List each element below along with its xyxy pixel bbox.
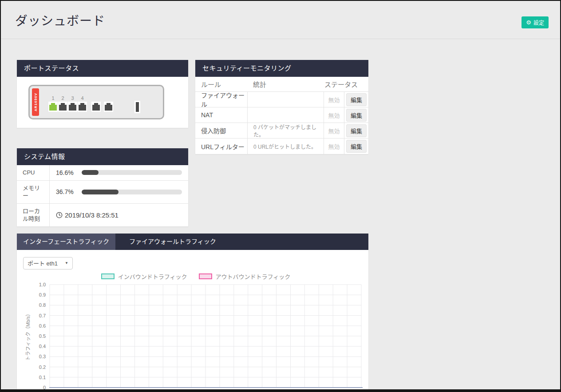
cpu-percent-value: 16.6% bbox=[56, 169, 77, 176]
settings-button-label: 設定 bbox=[533, 19, 544, 26]
edit-firewall-button[interactable]: 編集 bbox=[346, 93, 367, 106]
col-header-stats: 統計 bbox=[247, 79, 324, 89]
tab-interface-traffic[interactable]: インターフェーストラフィック bbox=[17, 234, 115, 250]
svg-text:0.6: 0.6 bbox=[39, 323, 46, 329]
cpu-progress-bar bbox=[82, 170, 182, 175]
rule-name: 侵入防御 bbox=[201, 126, 226, 135]
port-down-icon bbox=[92, 105, 100, 111]
security-table: ルール 統計 ステータス ファイアウォール 無効 編集 NAT 無効 bbox=[195, 77, 368, 154]
local-time-label: ローカル時刻 bbox=[17, 204, 50, 226]
port-indicator bbox=[104, 95, 113, 112]
svg-text:0.5: 0.5 bbox=[39, 333, 46, 339]
security-monitoring-panel: セキュリティーモニタリング ルール 統計 ステータス ファイアウォール 無効 編… bbox=[195, 60, 368, 154]
rule-name: ファイアウォール bbox=[201, 91, 247, 108]
rule-name: URLフィルター bbox=[201, 142, 245, 151]
rule-stat: 0 URLがヒットしました。 bbox=[248, 143, 316, 150]
status-badge: 無効 bbox=[324, 127, 344, 135]
svg-text:0.8: 0.8 bbox=[39, 302, 46, 308]
port-status-panel: ポートステータス AR1050V 1234 bbox=[17, 60, 188, 128]
memory-percent-value: 36.7% bbox=[56, 188, 77, 195]
security-table-header: ルール 統計 ステータス bbox=[195, 77, 368, 92]
chart-legend: インバウンドトラフィックアウトバウンドトラフィック bbox=[23, 273, 368, 280]
table-row-nat: NAT 無効 編集 bbox=[195, 107, 368, 123]
table-row-firewall: ファイアウォール 無効 編集 bbox=[195, 92, 368, 107]
legend-item[interactable]: インバウンドトラフィック bbox=[101, 273, 187, 280]
svg-text:0.1: 0.1 bbox=[39, 375, 46, 380]
clock-icon bbox=[56, 212, 63, 218]
chevron-down-icon: ▼ bbox=[65, 261, 68, 265]
port-indicator bbox=[91, 95, 101, 112]
edit-ips-button[interactable]: 編集 bbox=[346, 124, 367, 137]
status-badge: 無効 bbox=[324, 111, 344, 119]
memory-progress-bar bbox=[82, 190, 182, 194]
port-status-title: ポートステータス bbox=[17, 60, 188, 77]
system-info-panel: システム情報 CPU 16.6% メモリー 36.7% bbox=[17, 148, 188, 226]
legend-item[interactable]: アウトバウンドトラフィック bbox=[199, 273, 291, 280]
security-monitoring-title: セキュリティーモニタリング bbox=[195, 60, 368, 77]
device-model-badge: AR1050V bbox=[32, 88, 39, 116]
svg-text:トラフィック（Mb/s）: トラフィック（Mb/s） bbox=[25, 311, 31, 361]
svg-text:0.9: 0.9 bbox=[39, 292, 46, 297]
port-select-value: ポート eth1 bbox=[28, 259, 58, 267]
port-up-icon bbox=[49, 105, 57, 111]
svg-text:1.0: 1.0 bbox=[39, 282, 46, 287]
legend-swatch-icon bbox=[199, 273, 212, 279]
port-indicator: 4 bbox=[78, 95, 87, 112]
port-down-icon bbox=[69, 105, 76, 111]
page-title: ダッシュボード bbox=[15, 11, 105, 29]
svg-text:0.3: 0.3 bbox=[39, 354, 46, 359]
edit-nat-button[interactable]: 編集 bbox=[346, 109, 367, 122]
port-indicator: 2 bbox=[58, 95, 67, 112]
table-row-urlfilter: URLフィルター 0 URLがヒットしました。 無効 編集 bbox=[195, 139, 368, 154]
memory-label: メモリー bbox=[17, 181, 50, 203]
traffic-body: ポート eth1 ▼ インバウンドトラフィックアウトバウンドトラフィック 00.… bbox=[17, 250, 368, 392]
rule-stat: 0 パケットがマッチしました。 bbox=[248, 123, 324, 138]
dashboard-content: ポートステータス AR1050V 1234 システム情報 bbox=[1, 39, 560, 392]
svg-text:0.4: 0.4 bbox=[39, 344, 46, 349]
svg-text:0: 0 bbox=[43, 385, 46, 390]
svg-text:0.2: 0.2 bbox=[39, 364, 46, 369]
status-badge: 無効 bbox=[324, 142, 344, 150]
system-info-title: システム情報 bbox=[17, 148, 188, 165]
gear-icon: ⚙ bbox=[526, 20, 531, 25]
port-select-dropdown[interactable]: ポート eth1 ▼ bbox=[23, 257, 73, 269]
settings-button[interactable]: ⚙ 設定 bbox=[521, 16, 549, 28]
traffic-chart: 00.10.20.30.40.50.60.70.80.91.010:0011:0… bbox=[23, 281, 368, 392]
local-time-row: ローカル時刻 2019/10/3 8:25:51 bbox=[17, 204, 188, 226]
tab-firewall-traffic[interactable]: ファイアウォールトラフィック bbox=[115, 234, 230, 250]
edit-urlfilter-button[interactable]: 編集 bbox=[346, 140, 367, 153]
traffic-tabs: インターフェーストラフィック ファイアウォールトラフィック bbox=[17, 234, 368, 250]
legend-swatch-icon bbox=[101, 273, 115, 279]
port-indicator: 3 bbox=[68, 95, 77, 112]
svg-text:0.7: 0.7 bbox=[39, 313, 46, 318]
port-down-icon bbox=[105, 105, 112, 111]
router-device-graphic: AR1050V 1234 bbox=[28, 85, 164, 119]
local-time-value: 2019/10/3 8:25:51 bbox=[65, 211, 119, 219]
col-header-status: ステータス bbox=[324, 79, 368, 89]
top-header: ダッシュボード ⚙ 設定 bbox=[1, 1, 560, 39]
cpu-row: CPU 16.6% bbox=[17, 165, 188, 181]
console-port-icon bbox=[134, 101, 140, 113]
table-row-ips: 侵入防御 0 パケットがマッチしました。 無効 編集 bbox=[195, 123, 368, 139]
ethernet-ports: 1234 bbox=[48, 95, 114, 112]
memory-row: メモリー 36.7% bbox=[17, 181, 188, 204]
port-indicator: 1 bbox=[48, 95, 58, 112]
status-badge: 無効 bbox=[324, 95, 344, 104]
cpu-label: CPU bbox=[17, 165, 50, 180]
device-model-label: AR1050V bbox=[34, 93, 38, 111]
rule-name: NAT bbox=[201, 111, 213, 119]
port-down-icon bbox=[59, 105, 67, 111]
port-status-body: AR1050V 1234 bbox=[17, 77, 188, 128]
traffic-panel: インターフェーストラフィック ファイアウォールトラフィック ポート eth1 ▼… bbox=[17, 234, 368, 392]
port-down-icon bbox=[79, 105, 86, 111]
col-header-rule: ルール bbox=[195, 79, 247, 89]
